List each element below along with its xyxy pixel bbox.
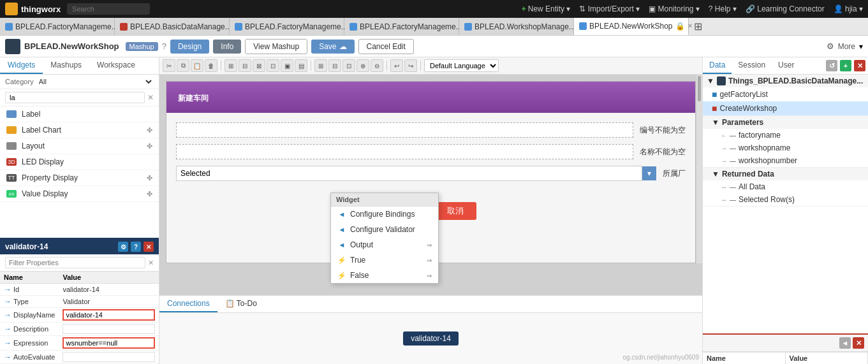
form-input-2[interactable]	[176, 144, 633, 159]
search-input[interactable]	[67, 3, 150, 15]
tab-workshop[interactable]: BPLEAD.WorkshopManage... ✕	[459, 18, 574, 36]
param-workshopnumber[interactable]: → ― workshopnumber	[703, 154, 868, 167]
help-circle-icon[interactable]: ?	[162, 41, 166, 51]
align-top-button[interactable]: ⊡	[267, 59, 279, 72]
returned-data-header[interactable]: ▼ Returned Data	[703, 168, 868, 180]
tab-basic[interactable]: BPLEAD.BasicDataManage... ✕	[115, 18, 230, 36]
align-middle-button[interactable]: ▣	[281, 59, 293, 72]
tab-workspace[interactable]: Workspace	[89, 57, 143, 74]
search-clear-icon[interactable]: ✕	[147, 93, 154, 102]
form-input-1[interactable]	[176, 122, 633, 138]
param-factoryname[interactable]: ← ― factoryname	[703, 129, 868, 142]
align-bottom-button[interactable]: ▤	[295, 59, 307, 72]
info-button[interactable]: Info	[213, 40, 241, 54]
layout-gear-icon[interactable]: ✤	[147, 142, 152, 150]
tab-user[interactable]: User	[772, 57, 800, 74]
tab-widgets[interactable]: Widgets	[0, 57, 43, 74]
align-left-button[interactable]: ⊞	[224, 59, 237, 72]
entity-item-createworkshop[interactable]: ■ CreateWorkshop	[703, 101, 868, 115]
save-button[interactable]: Save ☁	[311, 40, 354, 54]
menu-item-configure-bindings[interactable]: ◄ Configure Bindings	[331, 207, 438, 222]
widget-item-value[interactable]: ## Value Display ✤	[0, 186, 159, 202]
returned-selectedrows[interactable]: ↔ ― Selected Row(s)	[703, 193, 868, 206]
snap-button[interactable]: ⊟	[328, 59, 341, 72]
param-factoryname-label: factoryname	[739, 131, 781, 140]
zoom-fit-button[interactable]: ⊡	[342, 59, 355, 72]
monitoring-button[interactable]: ▣ Monitoring ▾	[649, 4, 700, 13]
dropdown-value-input[interactable]	[176, 166, 642, 181]
cancel-edit-button[interactable]: Cancel Edit	[358, 39, 414, 54]
cut-button[interactable]: ✂	[163, 59, 175, 72]
redo-button[interactable]: ↪	[404, 59, 417, 72]
menu-item-false[interactable]: ⚡ False ⇒	[331, 268, 438, 283]
tab-todo[interactable]: 📋 To-Do	[217, 296, 265, 312]
settings-icon[interactable]: ⚙	[827, 41, 834, 51]
new-entity-button[interactable]: + New Entity ▾	[522, 4, 571, 13]
user-button[interactable]: 👤 hjia ▾	[834, 4, 863, 13]
refresh-icon[interactable]: ↺	[826, 60, 837, 71]
undo-button[interactable]: ↩	[390, 59, 403, 72]
tab-factory-1[interactable]: BPLEAD.FactoryManageme... ✕	[0, 18, 115, 36]
canvas-cancel-button[interactable]: 取消	[434, 202, 476, 220]
widget-item-property[interactable]: TT Property Display ✤	[0, 170, 159, 186]
prop-name-displayname: →DisplayName	[0, 308, 59, 323]
bottom-close-icon[interactable]: ✕	[853, 337, 864, 349]
returned-alldata[interactable]: ↔ ― All Data	[703, 180, 868, 193]
label-chart-gear-icon[interactable]: ✤	[147, 126, 152, 135]
align-right-button[interactable]: ⊠	[253, 59, 265, 72]
expression-input[interactable]	[63, 337, 155, 349]
learning-connector-button[interactable]: 🔗 Learning Connector	[746, 4, 825, 13]
filter-clear-icon[interactable]: ✕	[148, 259, 154, 267]
tab-factory-3[interactable]: BPLEAD.FactoryManageme... ✕	[344, 18, 459, 36]
autoevaluate-input[interactable]	[63, 352, 155, 362]
copy-button[interactable]: ⧉	[177, 59, 189, 72]
view-mashup-button[interactable]: View Mashup	[245, 39, 307, 54]
value-gear-icon[interactable]: ✤	[147, 190, 152, 198]
properties-help-icon[interactable]: ?	[131, 242, 141, 252]
zoom-in-button[interactable]: ⊕	[357, 59, 369, 72]
new-tab-button[interactable]: ⊞	[689, 20, 707, 33]
category-select[interactable]: All	[36, 77, 154, 86]
tab-session[interactable]: Session	[732, 57, 772, 74]
design-button[interactable]: Design	[170, 40, 209, 54]
properties-close-icon[interactable]: ✕	[143, 242, 154, 252]
delete-button[interactable]: 🗑	[205, 59, 217, 72]
grid-button[interactable]: ⊞	[314, 59, 327, 72]
tab-mashups[interactable]: Mashups	[43, 57, 89, 74]
paste-button[interactable]: 📋	[191, 59, 203, 72]
property-gear-icon[interactable]: ✤	[147, 174, 152, 182]
param-workshopname[interactable]: → ― workshopname	[703, 142, 868, 154]
dropdown-button[interactable]: ▾	[642, 166, 656, 180]
validator-widget[interactable]: validator-14	[403, 331, 459, 346]
menu-item-configure-validator[interactable]: ◄ Configure Validator	[331, 222, 438, 237]
filter-input[interactable]	[5, 257, 145, 268]
canvas-scrollbar[interactable]	[696, 75, 702, 263]
menu-item-true[interactable]: ⚡ True ⇒	[331, 252, 438, 268]
menu-item-output[interactable]: ◄ Output ⇒	[331, 237, 438, 252]
tab-data[interactable]: Data	[703, 57, 732, 74]
description-input[interactable]	[63, 324, 155, 334]
tab-factory-2[interactable]: BPLEAD.FactoryManageme... ✕	[230, 18, 344, 36]
widget-item-layout[interactable]: Layout ✤	[0, 138, 159, 154]
displayname-input[interactable]	[63, 309, 155, 321]
widget-item-label[interactable]: Label	[0, 106, 159, 122]
bottom-back-icon[interactable]: ◄	[839, 337, 851, 349]
align-center-button[interactable]: ⊟	[239, 59, 251, 72]
parameters-header[interactable]: ▼ Parameters	[703, 116, 868, 129]
zoom-out-button[interactable]: ⊖	[371, 59, 383, 72]
import-export-button[interactable]: ⇅ Import/Export ▾	[579, 4, 640, 13]
entity-group-header[interactable]: ▼ Things_BPLEAD.BasicDataManage...	[703, 75, 868, 87]
widget-item-labelchart[interactable]: Label Chart ✤	[0, 122, 159, 138]
entity-item-getfactorylist[interactable]: ■ getFactoryList	[703, 87, 868, 101]
canvas: 新建车间 编号不能为空 名称不能为空 ▾	[159, 75, 702, 295]
language-select[interactable]: Default Language	[424, 59, 499, 72]
help-button[interactable]: ? Help ▾	[709, 4, 737, 13]
properties-settings-icon[interactable]: ⚙	[118, 242, 128, 252]
tab-connections[interactable]: Connections	[159, 296, 217, 312]
add-data-button[interactable]: +	[840, 60, 851, 71]
tab-newworkshop[interactable]: BPLEAD.NewWorkShop 🔒 ✕	[574, 18, 689, 36]
widget-item-led[interactable]: 3D LED Display	[0, 154, 159, 170]
more-button[interactable]: More	[838, 42, 855, 51]
close-data-button[interactable]: ✕	[854, 60, 865, 71]
widget-search-input[interactable]	[5, 92, 145, 103]
